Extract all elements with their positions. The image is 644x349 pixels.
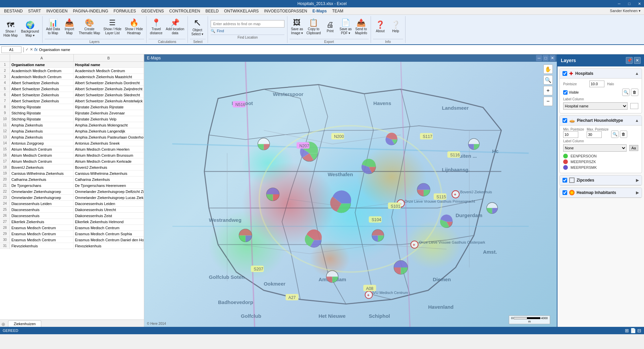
table-row[interactable]: 4Albert Schweitzer ZiekenhuisAlbert Schw… [0, 80, 144, 86]
cell-hospital-name[interactable]: BovenIJ Ziekenhuis [73, 164, 144, 170]
cell-organisation-name[interactable]: Atrium Medisch Centrum [10, 152, 74, 158]
cell-organisation-name[interactable]: Organisation name [10, 62, 74, 67]
table-row[interactable]: 7Albert Schweitzer ZiekenhuisAlbert Schw… [0, 98, 144, 104]
cell-organisation-name[interactable]: Atrium Medisch Centrum [10, 158, 74, 164]
maximize-button[interactable]: □ [625, 0, 634, 7]
cell-hospital-name[interactable]: Canisius-Wilhelmina Ziekenhuis [73, 170, 144, 176]
show-hide-layer-list-button[interactable]: ☰ Show / HideLayer List [102, 16, 123, 38]
help-button[interactable]: ❔ Help [388, 16, 403, 38]
cell-organisation-name[interactable]: BovenIJ Ziekenhuis [10, 164, 74, 170]
table-row[interactable]: 23Ommelander ZiekenhuisgroepOmmelander Z… [0, 195, 144, 201]
cell-organisation-name[interactable]: Albert Schweitzer Ziekenhuis [10, 86, 74, 92]
cell-organisation-name[interactable]: Stichting Rijnstate [10, 104, 74, 110]
menu-invoegen[interactable]: INVOEGEN [44, 8, 70, 14]
travel-distance-button[interactable]: 📍 Traveldistance [149, 16, 164, 38]
table-row[interactable]: 22Ommelander ZiekenhuisgroepOmmelander Z… [0, 189, 144, 195]
visible-checkbox[interactable] [563, 90, 568, 95]
import-map-button[interactable]: 📥 ImportMap [62, 16, 77, 38]
cell-hospital-name[interactable]: Albert Schweitzer Ziekenhuis Sliedrecht [73, 92, 144, 98]
label-column-select[interactable]: Hospital name Organisation name [563, 102, 628, 110]
table-row[interactable]: 21De TjongerschansDe Tjongerschans Heere… [0, 183, 144, 189]
cell-organisation-name[interactable]: Erasmus Medisch Centrum [10, 225, 74, 231]
layers-pin-button[interactable]: 📌 [626, 57, 633, 64]
add-location-data-button[interactable]: 📌 Add locationdata [164, 16, 185, 38]
cell-organisation-name[interactable]: Antonius Zorggroep [10, 140, 74, 146]
table-row[interactable]: 9Stichting RijnstateRijnstate Ziekenhuis… [0, 110, 144, 116]
cell-hospital-name[interactable]: Atrium Medisch Centrum Heerlen [73, 146, 144, 152]
table-row[interactable]: 10Stichting RijnstateRijnstate Ziekenhui… [0, 116, 144, 122]
layer-piechart-collapse[interactable]: ▲ [635, 118, 639, 123]
menu-formules[interactable]: FORMULES [111, 8, 139, 14]
menu-start[interactable]: START [25, 8, 44, 14]
cell-hospital-name[interactable]: Albert Schweitzer Ziekenhuis Amstelwijck [73, 98, 144, 104]
menu-gegevens[interactable]: GEGEVENS [139, 8, 166, 14]
map-minimize-button[interactable]: ─ [536, 55, 542, 61]
table-row[interactable]: 18BovenIJ ZiekenhuisBovenIJ Ziekenhuis [0, 164, 144, 170]
cell-organisation-name[interactable]: Amphia Ziekenhuis [10, 134, 74, 140]
cell-hospital-name[interactable]: Amphia Ziekenhuis Molengracht [73, 122, 144, 128]
cell-organisation-name[interactable]: Amphia Ziekenhuis [10, 122, 74, 128]
menu-team[interactable]: TEAM [329, 8, 346, 14]
piechart-delete-button[interactable]: 🗑 [620, 131, 627, 138]
cell-organisation-name[interactable]: Erasmus Medisch Centrum [10, 237, 74, 243]
table-row[interactable]: 26DiaconessenhuisDiakonessenhuis Zeist [0, 213, 144, 219]
page-break-icon[interactable]: ⊟ [637, 328, 641, 333]
cell-hospital-name[interactable]: Erasmus Medisch Centrum [73, 225, 144, 231]
cell-hospital-name[interactable]: Albert Schweitzer Ziekenhuis Zwijndrecht [73, 86, 144, 92]
cell-hospital-name[interactable]: Diakonessenhuis Zeist [73, 213, 144, 218]
show-hide-heatmap-button[interactable]: 🔥 Show / HideHeatmap [123, 16, 144, 38]
cell-hospital-name[interactable]: Albert Schweitzer Ziekenhuis Dordrecht [73, 80, 144, 86]
layer-heatmap-checkbox[interactable] [562, 190, 567, 195]
cell-hospital-name[interactable]: Ommelander Ziekenhuisgroep Delfzicht Zie… [73, 189, 144, 194]
cell-organisation-name[interactable]: Canisius-Wilhelmina Ziekenhuis [10, 170, 74, 176]
add-sheet-button[interactable]: ⊕ [1, 321, 5, 327]
table-row[interactable]: 1Organisation nameHospital name [0, 62, 144, 68]
hospitals-delete-button[interactable]: 🗑 [631, 89, 638, 96]
cell-hospital-name[interactable]: Amphia Ziekenhuis Langendijk [73, 128, 144, 134]
table-row[interactable]: 3Academisch Medisch CentrumAcademisch Zi… [0, 74, 144, 80]
cell-hospital-name[interactable]: Rijnstate Ziekenhuis Rijnstate [73, 104, 144, 110]
hospitals-search-button[interactable]: 🔍 [622, 89, 630, 96]
cell-organisation-name[interactable]: De Tjongerschans [10, 183, 74, 188]
create-thematic-map-button[interactable]: 🎨 CreateThematic Map [77, 16, 101, 38]
layer-piechart-checkbox[interactable] [562, 118, 567, 123]
table-row[interactable]: 5Albert Schweitzer ZiekenhuisAlbert Schw… [0, 86, 144, 92]
col-header-b[interactable]: B [74, 54, 144, 61]
table-row[interactable]: 13Amphia ZiekenhuisAmphia Ziekenhuis Pas… [0, 134, 144, 140]
cell-hospital-name[interactable]: Academisch Ziekenhuis Maastricht [73, 74, 144, 80]
layer-zipcodes-collapse[interactable]: ▶ [636, 178, 639, 183]
sheet-tab-ziekenhuizen[interactable]: Ziekenhuizen [8, 320, 41, 327]
table-row[interactable]: 29Erasmus Medisch CentrumErasmus Medisch… [0, 231, 144, 237]
menu-invoegtoepassingen[interactable]: INVOEGTOEGPASSEN [261, 8, 310, 14]
cell-organisation-name[interactable]: Atrium Medisch Centrum [10, 146, 74, 152]
cell-hospital-name[interactable]: Diaconessenhuis Leiden [73, 201, 144, 206]
zoom-out-button[interactable]: − [543, 97, 553, 106]
add-data-to-map-button[interactable]: 📊 Add Datato Map [45, 16, 61, 38]
cell-hospital-name[interactable]: Erasmus Medisch Centrum Daniel den Hoed [73, 237, 144, 243]
cell-hospital-name[interactable]: Flevoziekenhuis [73, 243, 144, 249]
table-row[interactable]: 24Diaconessenhuis LeidenDiaconessenhuis … [0, 201, 144, 207]
cell-organisation-name[interactable]: Ommelander Ziekenhuisgroep [10, 189, 74, 194]
piechart-search-button[interactable]: 🔍 [611, 131, 619, 138]
normal-view-icon[interactable]: ⊞ [625, 328, 629, 333]
find-button[interactable]: 🔍 Find [211, 29, 284, 33]
save-as-pdf-button[interactable]: 📄 Save asPDF ▾ [338, 16, 353, 38]
cell-organisation-name[interactable]: Stichting Rijnstate [10, 110, 74, 116]
cell-hospital-name[interactable]: Catharina Ziekenhuis [73, 177, 144, 182]
zoom-in-button[interactable]: + [543, 86, 553, 95]
cell-hospital-name[interactable]: Ommelander Ziekenhuisgroep Lucas Zieken.… [73, 195, 144, 200]
menu-ontwikkelaars[interactable]: ONTWIKKELAARS [221, 8, 261, 14]
map-svg[interactable]: Dijksloot Westerspoor Landsmeer Havens H… [144, 62, 557, 327]
layer-hospitals-checkbox[interactable] [562, 71, 567, 76]
cell-organisation-name[interactable]: Diaconessenhuis Leiden [10, 201, 74, 206]
cell-hospital-name[interactable]: Diakonessenhuis Utrecht [73, 207, 144, 212]
table-row[interactable]: 12Amphia ZiekenhuisAmphia Ziekenhuis Lan… [0, 128, 144, 134]
cell-reference-input[interactable] [1, 46, 21, 53]
cell-organisation-name[interactable]: Ommelander Ziekenhuisgroep [10, 195, 74, 200]
user-name[interactable]: Sander Keehnen ▾ [606, 9, 644, 13]
table-row[interactable]: 31FlevoziekenhuisFlevoziekenhuis [0, 243, 144, 249]
cell-organisation-name[interactable]: Academisch Medisch Centrum [10, 68, 74, 73]
table-row[interactable]: 25DiaconessenhuisDiakonessenhuis Utrecht [0, 207, 144, 213]
pointsize-input[interactable] [589, 81, 604, 87]
layers-close-button[interactable]: ✕ [634, 57, 641, 64]
